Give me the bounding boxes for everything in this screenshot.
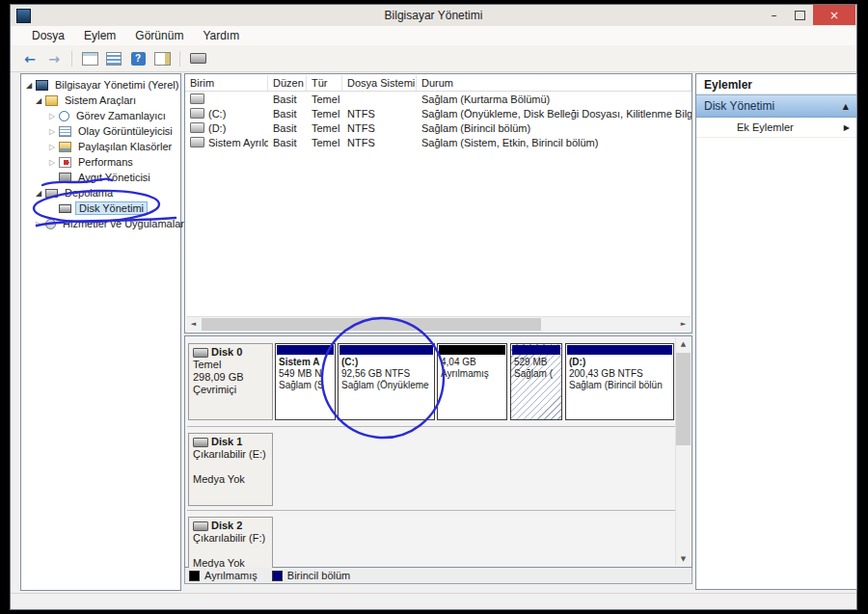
scroll-left-button[interactable]: ◄ <box>186 317 201 331</box>
volume-row-d[interactable]: (D:) Basit Temel NTFS Sağlam (Birincil b… <box>185 120 692 135</box>
more-actions-item[interactable]: Ek Eylemler ▶ <box>696 118 856 138</box>
tree-item-sistem-araclari[interactable]: Sistem Araçları <box>21 93 180 108</box>
tree-item-hizmetler-ve-uygulamalar[interactable]: Hizmetler ve Uygulamalar <box>21 216 180 231</box>
tree-item-bilgisayar-yonetimi[interactable]: Bilgisayar Yönetimi (Yerel) <box>21 77 180 93</box>
horizontal-scrollbar[interactable]: ◄ ► <box>186 316 691 332</box>
show-hide-console-tree-icon <box>82 52 98 66</box>
device-manager-icon <box>59 173 71 183</box>
shared-folders-icon <box>59 142 71 152</box>
actions-title: Eylemler <box>696 74 856 94</box>
column-header-tur[interactable]: Tür <box>307 75 342 91</box>
title-bar[interactable]: Bilgisayar Yönetimi <box>11 5 856 26</box>
tree-item-paylasilan-klasorler[interactable]: Paylaşılan Klasörler <box>21 139 180 154</box>
storage-icon <box>45 189 58 198</box>
partition-sistem-ayrildi[interactable]: Sistem A 549 MB N Sağlam (S <box>275 343 336 420</box>
disk2-type: Çıkarılabilir (F:) <box>193 532 268 545</box>
actions-pane: Eylemler Disk Yönetimi ▲ Ek Eylemler ▶ <box>695 73 857 590</box>
tree-item-performans[interactable]: Performans <box>21 154 180 170</box>
legend-bar: Ayrılmamış Birincil bölüm <box>184 568 692 584</box>
scroll-up-button[interactable]: ▲ <box>676 337 691 351</box>
disk2-info-box[interactable]: Disk 2 Çıkarılabilir (F:) Medya Yok <box>188 517 273 568</box>
partition-color-bar <box>277 345 334 355</box>
back-arrow-icon: ← <box>24 51 36 67</box>
disk1-type: Çıkarılabilir (E:) <box>193 448 268 461</box>
expand-toggle-icon[interactable] <box>46 112 58 120</box>
minimize-button[interactable]: – <box>761 5 787 25</box>
legend-unallocated-swatch <box>189 571 200 581</box>
maximize-button[interactable] <box>787 5 813 25</box>
computer-icon <box>36 80 48 91</box>
partition-recovery[interactable]: 529 MB Sağlam ( <box>510 343 562 420</box>
volume-list-header: Birim Düzen Tür Dosya Sistemi Durum <box>185 74 692 92</box>
partition-d[interactable]: (D:) 200,43 GB NTFS Sağlam (Birincil böl… <box>565 343 674 420</box>
close-button[interactable]: × <box>813 5 855 25</box>
expand-toggle-icon[interactable] <box>46 158 58 167</box>
back-button[interactable]: ← <box>20 49 40 68</box>
tree-item-gorev-zamanlayici[interactable]: Görev Zamanlayıcı <box>21 108 180 123</box>
disk0-size: 298,09 GB <box>193 371 268 384</box>
scroll-down-button[interactable]: ▼ <box>676 552 691 566</box>
disk-properties-button[interactable] <box>188 49 207 68</box>
tree-item-olay-goruntuleyicisi[interactable]: Olay Görüntüleyicisi <box>21 123 180 139</box>
forward-button[interactable]: → <box>44 49 64 68</box>
expand-toggle-icon[interactable] <box>23 81 35 90</box>
column-header-dosya-sistemi[interactable]: Dosya Sistemi <box>342 75 417 91</box>
scrollbar-thumb[interactable] <box>202 318 541 331</box>
disk-properties-icon <box>190 53 206 64</box>
unallocated-space[interactable]: 4,04 GB Ayrılmamış <box>437 343 507 420</box>
maximize-icon <box>795 11 805 20</box>
tree-item-disk-yonetimi[interactable]: Disk Yönetimi <box>21 200 180 216</box>
column-header-durum[interactable]: Durum <box>417 75 692 91</box>
menu-yardim[interactable]: Yardım <box>193 29 249 42</box>
volume-icon <box>190 122 204 133</box>
close-icon: × <box>829 9 839 22</box>
window-controls: – × <box>761 5 855 25</box>
column-header-duzen[interactable]: Düzen <box>268 75 307 91</box>
vertical-scrollbar[interactable]: ▲ ▼ <box>675 337 691 566</box>
system-tools-icon <box>45 95 58 106</box>
partition-c[interactable]: (C:) 92,56 GB NTFS Sağlam (Önyükleme <box>338 343 435 420</box>
expand-toggle-icon[interactable] <box>33 220 44 228</box>
help-button[interactable]: ? <box>128 49 148 68</box>
show-hide-console-tree-button[interactable] <box>80 49 99 68</box>
forward-arrow-icon: → <box>48 51 60 67</box>
toolbar-separator <box>179 51 180 67</box>
show-hide-action-pane-button[interactable] <box>152 49 172 68</box>
tree-item-aygit-yoneticisi[interactable]: Aygıt Yöneticisi <box>21 170 180 185</box>
menu-eylem[interactable]: Eylem <box>74 29 125 42</box>
window-title: Bilgisayar Yönetimi <box>385 9 483 22</box>
collapse-chevron-icon: ▲ <box>843 102 849 111</box>
disk-icon <box>193 348 208 358</box>
console-tree-panel: Bilgisayar Yönetimi (Yerel) Sistem Araçl… <box>20 73 181 591</box>
expand-toggle-icon[interactable] <box>33 189 44 198</box>
volume-row-recovery[interactable]: Basit Temel Sağlam (Kurtarma Bölümü) <box>185 92 692 106</box>
status-bar <box>11 593 856 609</box>
export-list-button[interactable] <box>104 49 123 68</box>
volume-icon <box>190 108 204 119</box>
scroll-right-button[interactable]: ► <box>676 317 691 331</box>
tree-item-depolama[interactable]: Depolama <box>21 185 180 200</box>
menu-dosya[interactable]: Dosya <box>22 29 74 42</box>
performance-icon <box>59 157 71 168</box>
services-icon <box>45 219 56 229</box>
event-viewer-icon <box>59 126 71 137</box>
export-list-icon <box>106 52 122 66</box>
expand-toggle-icon[interactable] <box>46 143 58 151</box>
partition-color-bar <box>439 345 505 355</box>
partition-color-bar <box>339 345 433 355</box>
menu-gorunum[interactable]: Görünüm <box>125 29 193 42</box>
expand-toggle-icon[interactable] <box>33 96 44 105</box>
toolbar: ← → ? <box>11 45 856 72</box>
disk-row-separator <box>187 510 675 511</box>
column-header-birim[interactable]: Birim <box>185 75 268 91</box>
actions-section-disk-yonetimi[interactable]: Disk Yönetimi ▲ <box>696 94 856 118</box>
volume-row-sistem-ayrildi[interactable]: Sistem Ayrıldı Basit Temel NTFS Sağlam (… <box>185 135 692 149</box>
scrollbar-thumb[interactable] <box>676 353 691 445</box>
disk0-info-box[interactable]: Disk 0 Temel 298,09 GB Çevrimiçi <box>188 343 273 420</box>
legend-primary-label: Birincil bölüm <box>287 570 350 581</box>
disk2-status: Medya Yok <box>193 557 268 568</box>
partition-color-bar <box>567 345 672 355</box>
disk1-info-box[interactable]: Disk 1 Çıkarılabilir (E:) Medya Yok <box>188 433 273 506</box>
volume-row-c[interactable]: (C:) Basit Temel NTFS Sağlam (Önyükleme,… <box>185 106 692 120</box>
expand-toggle-icon[interactable] <box>46 127 58 136</box>
